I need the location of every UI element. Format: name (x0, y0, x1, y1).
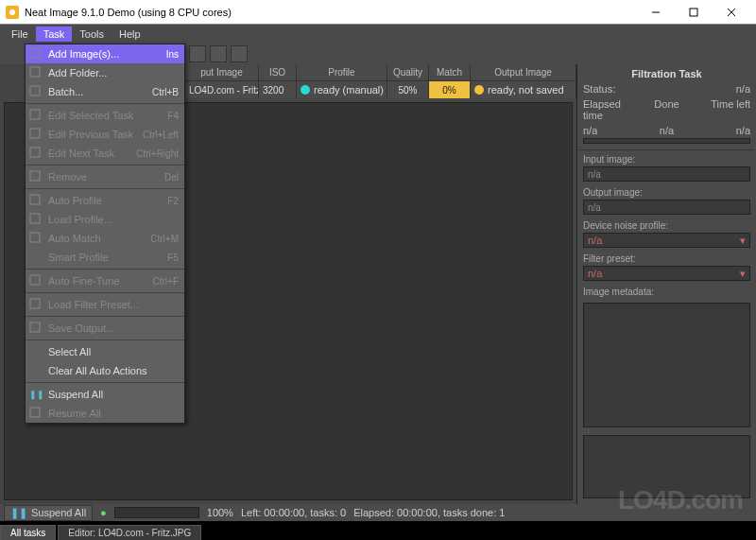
svg-rect-15 (30, 233, 40, 242)
menu-item-load-filter-preset: Load Filter Preset... (26, 295, 184, 314)
label-metadata: Image metadata: (579, 285, 754, 299)
label-noise-profile: Device noise profile: (579, 218, 754, 233)
svg-rect-14 (30, 214, 40, 223)
svg-rect-3 (690, 9, 697, 16)
menu-item-label: Edit Selected Task (48, 110, 133, 121)
table-row[interactable]: LO4D.com - Fritz.JPG 3200 ready (manual)… (185, 81, 576, 98)
menu-item-label: Auto Profile (48, 195, 102, 206)
menu-item-label: Auto Match (48, 233, 101, 244)
menu-tools[interactable]: Tools (72, 26, 112, 42)
menu-file[interactable]: File (4, 26, 36, 42)
menu-item-clear-all-auto-actions[interactable]: Clear All Auto Actions (26, 361, 184, 380)
menu-shortcut: Ins (166, 49, 179, 60)
window-minimize[interactable] (637, 1, 675, 24)
svg-rect-6 (30, 48, 40, 58)
svg-point-1 (9, 9, 15, 15)
menu-item-label: Remove (48, 171, 87, 183)
time-header-row: Elapsed timeDoneTime left (579, 96, 754, 123)
status-left: Left: 00:00:00, tasks: 0 (241, 507, 346, 518)
load-icon (29, 213, 43, 226)
menu-item-save-output: Save Output... (26, 319, 184, 338)
menu-item-add-folder[interactable]: Add Folder... (26, 63, 184, 82)
menu-item-smart-profile: Smart ProfileF5 (26, 248, 184, 267)
menu-task[interactable]: Task (36, 26, 73, 42)
window-maximize[interactable] (675, 1, 713, 24)
pause-icon: ❚❚ (10, 507, 27, 519)
label-input-image: Input image: (579, 152, 754, 166)
menu-item-auto-match: Auto MatchCtrl+M (26, 229, 184, 248)
status-dot-icon (474, 85, 484, 95)
col-match[interactable]: Match (429, 64, 471, 80)
menu-item-label: Edit Next Task (48, 148, 114, 159)
remove-icon (29, 170, 43, 183)
menu-item-label: Resume All (48, 408, 101, 419)
col-input-image[interactable]: put Image (185, 64, 259, 80)
select-noise-profile[interactable]: n/a▾ (583, 233, 750, 248)
col-profile[interactable]: Profile (297, 64, 387, 80)
toolbar-btn-play[interactable] (189, 45, 206, 62)
svg-rect-18 (30, 322, 40, 332)
prev-icon (29, 128, 43, 141)
menu-shortcut: F4 (167, 111, 179, 121)
menu-item-add-image-s[interactable]: Add Image(s)...Ins (26, 44, 184, 63)
label-output-image: Output image: (579, 185, 754, 200)
add-img-icon (29, 47, 43, 61)
status-row: Status:n/a (579, 81, 754, 96)
task-menu-dropdown: Add Image(s)...InsAdd Folder...Batch...C… (25, 44, 185, 424)
cell-input: LO4D.com - Fritz.JPG (185, 81, 259, 98)
auto-icon (29, 194, 43, 207)
match-icon (29, 232, 43, 245)
cell-iso: 3200 (259, 81, 297, 98)
col-iso[interactable]: ISO (259, 64, 297, 80)
menu-shortcut: Ctrl+B (152, 87, 179, 97)
menu-item-label: Clear All Auto Actions (48, 365, 147, 376)
menu-item-label: Suspend All (48, 389, 103, 400)
progress-bar (114, 507, 199, 518)
filtration-panel: Filtration Task Status:n/a Elapsed timeD… (576, 64, 756, 504)
col-quality[interactable]: Quality (387, 64, 429, 80)
batch-icon (29, 85, 43, 98)
menu-item-label: Auto Fine-Tune (48, 275, 119, 287)
menu-help[interactable]: Help (112, 26, 148, 42)
menu-item-suspend-all[interactable]: ❚❚Suspend All (26, 385, 184, 404)
label-filter-preset: Filter preset: (579, 252, 754, 266)
menu-item-auto-profile: Auto ProfileF2 (26, 191, 184, 210)
menu-item-auto-fine-tune: Auto Fine-TuneCtrl+F (26, 271, 184, 290)
col-output-image[interactable]: Output Image (471, 64, 576, 80)
svg-rect-16 (30, 275, 40, 285)
app-icon (6, 6, 19, 19)
cell-quality: 50% (387, 81, 429, 98)
menu-item-label: Edit Previous Task (48, 129, 133, 140)
menu-shortcut: F2 (167, 196, 179, 206)
menu-item-edit-previous-task: Edit Previous TaskCtrl+Left (26, 125, 184, 144)
menu-item-remove: RemoveDel (26, 167, 184, 186)
menu-item-resume-all: Resume All (26, 404, 184, 423)
value-output-image: n/a (583, 200, 750, 215)
menu-item-edit-selected-task: Edit Selected TaskF4 (26, 106, 184, 125)
progress-percent: 100% (207, 507, 233, 518)
tab-all-tasks[interactable]: All tasks (0, 525, 56, 540)
menu-item-batch[interactable]: Batch...Ctrl+B (26, 82, 184, 101)
edit-icon (29, 109, 43, 122)
filter-icon (29, 298, 43, 311)
play-icon (29, 407, 43, 420)
suspend-all-button[interactable]: ❚❚ Suspend All (4, 505, 93, 521)
menu-shortcut: F5 (167, 253, 179, 263)
cell-profile: ready (manual) (297, 81, 387, 98)
svg-rect-10 (30, 129, 40, 138)
window-close[interactable] (713, 1, 750, 24)
menu-item-label: Batch... (48, 86, 83, 97)
toolbar-btn-stop[interactable] (210, 45, 227, 62)
menu-item-label: Select All (48, 346, 91, 357)
cell-output: ready, not saved (471, 81, 576, 98)
menu-item-select-all[interactable]: Select All (26, 342, 184, 361)
menubar: File Task Tools Help (0, 25, 756, 44)
toolbar-btn-save[interactable] (231, 45, 248, 62)
select-filter-preset[interactable]: n/a▾ (583, 266, 750, 281)
menu-item-label: Load Profile... (48, 214, 112, 225)
chevron-down-icon: ▾ (740, 235, 746, 247)
menu-shortcut: Del (164, 172, 179, 183)
menu-shortcut: Ctrl+Left (143, 130, 179, 140)
menu-item-label: Add Folder... (48, 67, 107, 78)
tab-editor[interactable]: Editor: LO4D.com - Fritz.JPG (58, 525, 201, 540)
